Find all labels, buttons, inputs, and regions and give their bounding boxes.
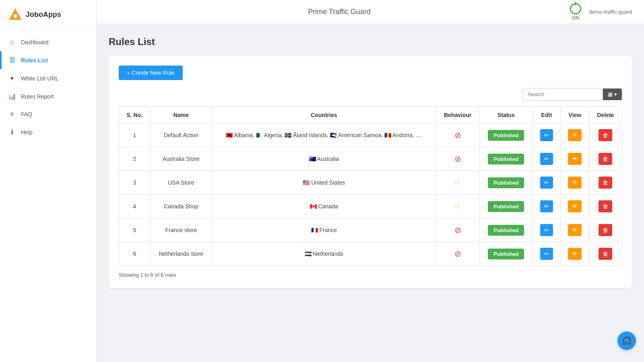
chart-icon: 📊 bbox=[8, 93, 16, 100]
edit-button[interactable]: ✏ bbox=[540, 177, 553, 189]
cell-sno: 3 bbox=[119, 171, 151, 195]
filter-icon: ▾ bbox=[8, 74, 16, 82]
rules-card: + Create New Rule ▦ ▾ S. No. Name Countr… bbox=[109, 56, 632, 288]
cell-sno: 4 bbox=[119, 195, 151, 218]
block-icon: ⊘ bbox=[454, 226, 461, 234]
status-badge: Published bbox=[488, 154, 524, 165]
cell-edit: ✏ bbox=[533, 123, 560, 147]
cell-sno: 1 bbox=[119, 123, 151, 147]
delete-button[interactable]: 🗑 bbox=[599, 153, 612, 165]
cell-edit: ✏ bbox=[533, 171, 560, 195]
cell-sno: 2 bbox=[119, 147, 151, 171]
cell-edit: ✏ bbox=[533, 147, 560, 171]
sidebar-item-label: Help bbox=[21, 129, 33, 136]
edit-button[interactable]: ✏ bbox=[540, 200, 553, 212]
user-label: demo-traffic-guard bbox=[589, 9, 632, 15]
cell-behaviour: ☞ bbox=[436, 195, 479, 218]
sidebar-item-whitelist-url[interactable]: ▾ White List URL bbox=[0, 69, 96, 87]
table-row: 4 Canada Shop 🇨🇦 Canada ☞ Published ✏ 👁 … bbox=[119, 195, 622, 218]
grid-view-button[interactable]: ▦ ▾ bbox=[603, 88, 622, 100]
cell-delete: 🗑 bbox=[589, 218, 621, 242]
cell-edit: ✏ bbox=[533, 195, 560, 218]
sidebar-item-label: Rules List bbox=[21, 57, 48, 64]
cell-edit: ✏ bbox=[533, 242, 560, 266]
cell-delete: 🗑 bbox=[589, 242, 621, 266]
cell-behaviour: ☞ bbox=[436, 171, 479, 195]
edit-button[interactable]: ✏ bbox=[540, 129, 553, 141]
dashboard-icon: ⌂ bbox=[8, 39, 16, 46]
table-row: 5 France store 🇫🇷 France ⊘ Published ✏ 👁… bbox=[119, 218, 622, 242]
view-button[interactable]: 👁 bbox=[568, 224, 582, 236]
cell-view: 👁 bbox=[561, 123, 590, 147]
block-icon: ⊘ bbox=[454, 154, 461, 163]
list-icon: ☰ bbox=[8, 56, 16, 64]
sidebar-item-rules-report[interactable]: 📊 Rules Report bbox=[0, 87, 96, 105]
cell-name: Netherlands store bbox=[150, 242, 212, 266]
sidebar-item-label: FAQ bbox=[21, 111, 32, 117]
delete-button[interactable]: 🗑 bbox=[599, 224, 612, 236]
rules-table: S. No. Name Countries Behaviour Status E… bbox=[119, 107, 622, 266]
sidebar-item-rules-list[interactable]: ☰ Rules List bbox=[0, 51, 96, 69]
table-row: 1 Default Action 🇦🇱 Albania, 🇩🇿 Algeria,… bbox=[119, 123, 622, 147]
dropdown-arrow-icon: ▾ bbox=[614, 91, 617, 97]
sidebar: JoboApps ⌂ Dashboard ☰ Rules List ▾ Whit… bbox=[0, 0, 97, 362]
cell-status: Published bbox=[479, 123, 533, 147]
search-input[interactable] bbox=[522, 88, 603, 101]
delete-button[interactable]: 🗑 bbox=[599, 200, 612, 212]
cell-sno: 5 bbox=[119, 218, 151, 242]
forward-icon: ☞ bbox=[454, 178, 461, 187]
col-countries: Countries bbox=[212, 107, 436, 123]
headset-icon: 🎧 bbox=[622, 336, 632, 346]
col-delete: Delete bbox=[589, 107, 621, 123]
header-right: ON demo-traffic-guard bbox=[570, 3, 632, 21]
create-new-rule-button[interactable]: + Create New Rule bbox=[119, 66, 183, 80]
block-icon: ⊘ bbox=[454, 249, 461, 258]
status-indicator: ON bbox=[570, 3, 581, 21]
edit-button[interactable]: ✏ bbox=[540, 224, 553, 236]
col-view: View bbox=[561, 107, 590, 123]
content-area: Rules List + Create New Rule ▦ ▾ S. No. … bbox=[97, 24, 644, 362]
table-header-row: S. No. Name Countries Behaviour Status E… bbox=[119, 107, 622, 123]
cell-behaviour: ⊘ bbox=[436, 147, 479, 171]
cell-delete: 🗑 bbox=[589, 123, 621, 147]
cell-countries: 🇦🇺 Australia bbox=[212, 147, 436, 171]
cell-name: Canada Shop bbox=[150, 195, 212, 218]
cell-countries: 🇦🇱 Albania, 🇩🇿 Algeria, 🇦🇽 Åland Islands… bbox=[212, 123, 436, 147]
delete-button[interactable]: 🗑 bbox=[599, 129, 612, 141]
cell-status: Published bbox=[479, 218, 533, 242]
col-status: Status bbox=[479, 107, 533, 123]
cell-delete: 🗑 bbox=[589, 147, 621, 171]
cell-sno: 6 bbox=[119, 242, 151, 266]
cell-name: Australia Store bbox=[150, 147, 212, 171]
search-group: ▦ ▾ bbox=[522, 88, 622, 101]
header: Prime Traffic Guard ON demo-traffic-guar… bbox=[97, 0, 644, 24]
sidebar-item-dashboard[interactable]: ⌂ Dashboard bbox=[0, 33, 96, 51]
app-logo: JoboApps bbox=[0, 0, 96, 29]
forward-icon: ☞ bbox=[454, 202, 461, 211]
cell-behaviour: ⊘ bbox=[436, 218, 479, 242]
view-button[interactable]: 👁 bbox=[568, 248, 582, 260]
view-button[interactable]: 👁 bbox=[568, 200, 582, 212]
cell-view: 👁 bbox=[561, 195, 590, 218]
cell-view: 👁 bbox=[561, 242, 590, 266]
cell-status: Published bbox=[479, 171, 533, 195]
sidebar-item-faq[interactable]: ≡ FAQ bbox=[0, 105, 96, 123]
sidebar-item-label: Dashboard bbox=[21, 39, 49, 45]
faq-icon: ≡ bbox=[8, 111, 16, 118]
cell-status: Published bbox=[479, 147, 533, 171]
view-button[interactable]: 👁 bbox=[568, 129, 582, 141]
page-title: Rules List bbox=[109, 36, 632, 47]
edit-button[interactable]: ✏ bbox=[540, 153, 553, 165]
view-button[interactable]: 👁 bbox=[568, 153, 582, 165]
support-bubble[interactable]: 🎧 bbox=[617, 331, 636, 350]
status-badge: Published bbox=[488, 177, 524, 188]
edit-button[interactable]: ✏ bbox=[540, 248, 553, 260]
delete-button[interactable]: 🗑 bbox=[599, 177, 612, 189]
cell-countries: 🇳🇱 Netherlands bbox=[212, 242, 436, 266]
table-toolbar: ▦ ▾ bbox=[119, 88, 622, 101]
cell-behaviour: ⊘ bbox=[436, 123, 479, 147]
delete-button[interactable]: 🗑 bbox=[599, 248, 612, 260]
view-button[interactable]: 👁 bbox=[568, 177, 582, 189]
col-edit: Edit bbox=[533, 107, 560, 123]
sidebar-item-help[interactable]: ℹ Help bbox=[0, 123, 96, 141]
